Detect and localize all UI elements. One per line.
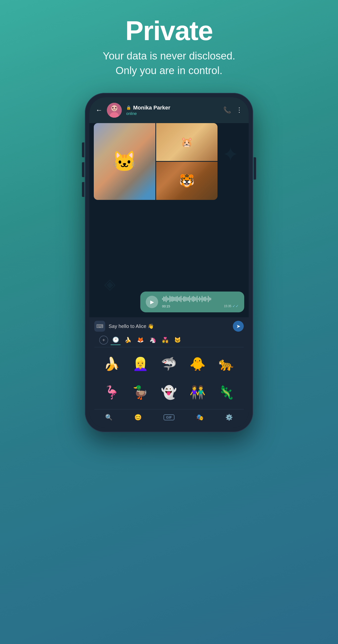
bar	[163, 296, 164, 302]
sticker-tabs: + 🕐 🍌 🦊 🦄 💑 🐱	[94, 335, 244, 347]
bar	[207, 298, 207, 300]
bar	[205, 296, 206, 302]
contact-status: online	[126, 112, 219, 116]
tiger-image	[156, 162, 218, 200]
page-header: Private Your data is never disclosed. On…	[103, 0, 235, 86]
voice-time-row: 00:15 15:35 ✓✓	[162, 304, 239, 308]
bar	[171, 296, 171, 302]
bar	[176, 296, 176, 302]
bar	[203, 297, 204, 301]
bar	[178, 297, 179, 301]
gif-tool[interactable]: GIF	[159, 413, 179, 422]
bar	[165, 297, 165, 301]
sticker-blonde-woman[interactable]: 👱‍♀️	[127, 350, 154, 378]
waveform-bars	[162, 296, 239, 302]
sticker-tool[interactable]: 🎭	[191, 412, 209, 422]
sticker-tab-pack2[interactable]: 🦊	[135, 335, 145, 345]
bar	[189, 296, 190, 302]
lock-icon: 🔒	[126, 105, 131, 110]
keyboard-icon: ⌨	[96, 323, 103, 329]
page-subtitle: Your data is never disclosed. Only you a…	[103, 49, 235, 78]
bar	[208, 296, 209, 302]
sticker-lizard[interactable]: 🦎	[213, 379, 240, 406]
settings-tool[interactable]: ⚙️	[221, 412, 238, 422]
bar	[184, 296, 185, 302]
header-icons: 📞 ⋮	[223, 106, 243, 114]
bg-deco-1: ✦	[222, 143, 239, 166]
send-icon: ➤	[236, 323, 241, 329]
sticker-leopard[interactable]: 🐆	[213, 350, 240, 378]
bar	[174, 297, 175, 301]
send-button[interactable]: ➤	[233, 321, 244, 332]
bar	[195, 297, 196, 301]
sticker-shark[interactable]: 🦈	[155, 350, 183, 378]
bar	[181, 296, 181, 302]
bar	[179, 297, 180, 301]
chat-header: ← 🔒 Monika Parker	[89, 97, 249, 123]
image-cell-tiger	[156, 162, 218, 200]
sticker-grid: 🍌 👱‍♀️ 🦈 🐥 🐆 🦩 🦆 👻 👫 🦎	[94, 347, 244, 409]
bar	[193, 296, 194, 302]
sticker-tab-pack4[interactable]: 💑	[160, 335, 170, 345]
gif-icon: GIF	[164, 414, 174, 420]
bar	[198, 298, 199, 300]
sticker-tab-pack3[interactable]: 🦄	[148, 335, 158, 345]
voice-duration: 00:15	[162, 304, 170, 308]
bar	[202, 296, 202, 302]
bar	[188, 297, 189, 301]
sticker-duck[interactable]: 🦆	[127, 379, 154, 406]
contact-info: 🔒 Monika Parker online	[126, 104, 219, 116]
hamster-image	[156, 123, 218, 161]
input-area: ⌨ Say hello to Alice 👋 ➤ + 🕐 🍌	[89, 317, 249, 428]
bar	[183, 296, 184, 302]
phone-screen: ← 🔒 Monika Parker	[89, 97, 249, 428]
call-button[interactable]: 📞	[223, 106, 231, 114]
bar	[209, 297, 210, 301]
play-button[interactable]: ▶	[146, 296, 158, 308]
sticker-ghost[interactable]: 👻	[155, 379, 183, 406]
bar	[182, 298, 183, 300]
search-tool[interactable]: 🔍	[100, 412, 117, 422]
more-options-button[interactable]: ⋮	[236, 106, 243, 114]
bar	[162, 298, 163, 300]
bg-deco-3: ◈	[104, 275, 116, 292]
bar	[167, 297, 168, 301]
chat-area: ✦ ◇ ◈ ▶	[89, 123, 249, 318]
emoji-icon: 😊	[134, 414, 142, 421]
message-input[interactable]: Say hello to Alice 👋	[109, 323, 229, 329]
voice-message: ▶	[140, 292, 244, 312]
bar	[187, 297, 188, 301]
image-cell-cat	[94, 123, 155, 200]
message-input-row: ⌨ Say hello to Alice 👋 ➤	[94, 321, 244, 332]
avatar	[107, 103, 122, 118]
bar	[191, 298, 191, 300]
avatar-image	[107, 103, 122, 118]
search-icon: 🔍	[105, 414, 113, 421]
keyboard-toggle-button[interactable]: ⌨	[94, 321, 105, 332]
sticker-flamingo[interactable]: 🦩	[98, 379, 125, 406]
image-grid	[94, 123, 218, 200]
back-button[interactable]: ←	[95, 106, 102, 114]
phone-device: ← 🔒 Monika Parker	[85, 93, 253, 432]
image-cell-hamster	[156, 123, 218, 161]
bar	[210, 298, 211, 300]
settings-icon: ⚙️	[225, 414, 233, 421]
sticker-icon: 🎭	[196, 414, 204, 421]
add-sticker-button[interactable]: +	[99, 336, 108, 344]
sticker-banana[interactable]: 🍌	[98, 350, 125, 378]
cat-image	[94, 123, 155, 200]
sticker-chick[interactable]: 🐥	[184, 350, 211, 378]
sticker-tab-pack1[interactable]: 🍌	[123, 335, 133, 345]
bar	[200, 298, 201, 300]
bar	[172, 296, 173, 302]
sticker-tab-recent[interactable]: 🕐	[111, 335, 120, 345]
sticker-tab-pack5[interactable]: 🐱	[172, 335, 182, 345]
bar	[192, 296, 193, 302]
svg-point-4	[115, 107, 117, 108]
svg-point-1	[111, 105, 117, 111]
sticker-couple[interactable]: 👫	[184, 379, 211, 406]
bar	[177, 296, 178, 302]
bar	[168, 298, 169, 300]
bar	[173, 297, 174, 301]
emoji-tool[interactable]: 😊	[129, 412, 147, 422]
